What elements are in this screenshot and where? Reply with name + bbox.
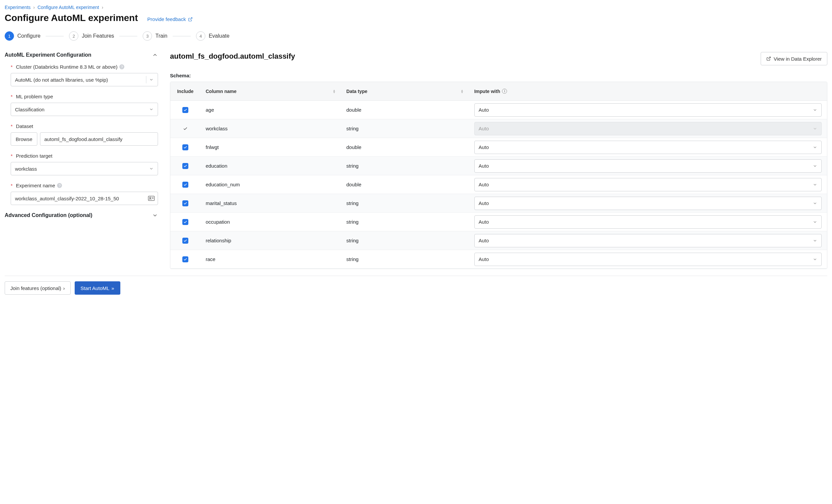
impute-with-select[interactable]: Auto	[474, 234, 822, 247]
table-row: occupationstringAuto	[170, 213, 827, 231]
column-name-cell: race	[200, 256, 341, 262]
external-link-icon	[766, 56, 771, 61]
chevron-down-icon	[813, 126, 817, 131]
impute-with-select[interactable]: Auto	[474, 103, 822, 117]
chevron-down-icon	[813, 201, 817, 206]
impute-with-select[interactable]: Auto	[474, 159, 822, 173]
include-checkbox[interactable]	[182, 238, 188, 244]
chevron-down-icon	[149, 107, 154, 112]
view-explorer-label: View in Data Explorer	[774, 56, 822, 62]
external-link-icon	[188, 17, 193, 22]
data-type-cell: string	[341, 163, 469, 169]
data-type-cell: double	[341, 182, 469, 187]
problem-type-value: Classification	[15, 107, 44, 112]
double-chevron-right-icon: »	[111, 285, 114, 291]
info-icon[interactable]: i	[502, 89, 507, 94]
table-row: education_numdoubleAuto	[170, 175, 827, 194]
provide-feedback-label: Provide feedback	[147, 16, 186, 22]
col-data-type-label: Data type	[346, 89, 367, 94]
join-features-label: Join features (optional)	[10, 285, 61, 291]
problem-type-select[interactable]: Classification	[11, 103, 158, 116]
chevron-up-icon	[152, 52, 158, 58]
sort-icon: ▲▼	[461, 89, 464, 93]
breadcrumb-configure[interactable]: Configure AutoML experiment	[37, 5, 99, 10]
include-checkbox[interactable]	[182, 200, 188, 206]
browse-button[interactable]: Browse	[11, 132, 37, 146]
prediction-target-select[interactable]: workclass	[11, 162, 158, 175]
col-impute-with-label: Impute with	[474, 89, 500, 94]
prediction-target-value: workclass	[15, 166, 37, 172]
impute-value: Auto	[479, 238, 489, 243]
required-asterisk: *	[11, 153, 13, 159]
data-type-cell: string	[341, 256, 469, 262]
column-name-cell: fnlwgt	[200, 144, 341, 150]
include-checkbox[interactable]	[182, 256, 188, 262]
breadcrumb-experiments[interactable]: Experiments	[5, 5, 31, 10]
experiment-name-label-text: Experiment name	[16, 183, 55, 188]
svg-point-2	[150, 197, 151, 198]
chevron-right-icon: ›	[63, 285, 65, 291]
schema-label: Schema:	[170, 73, 827, 78]
step-join-features[interactable]: 2 Join Features	[69, 31, 114, 41]
wizard-stepper: 1 Configure 2 Join Features 3 Train 4 Ev…	[5, 31, 827, 41]
required-asterisk: *	[11, 64, 13, 70]
step-evaluate[interactable]: 4 Evaluate	[196, 31, 229, 41]
col-column-name[interactable]: Column name ▲▼	[200, 89, 341, 94]
col-include[interactable]: Include	[170, 89, 200, 94]
experiment-name-input[interactable]	[11, 192, 158, 205]
cluster-select[interactable]: AutoML (do not attach libraries, use %pi…	[11, 73, 158, 86]
step-train[interactable]: 3 Train	[143, 31, 167, 41]
column-name-cell: occupation	[200, 219, 341, 225]
impute-with-select[interactable]: Auto	[474, 253, 822, 266]
cluster-label: * Cluster (Databricks Runtime 8.3 ML or …	[11, 64, 158, 70]
col-impute-with: Impute with i	[469, 89, 827, 94]
include-checkbox[interactable]	[182, 163, 188, 169]
column-name-cell: education	[200, 163, 341, 169]
id-card-icon[interactable]	[148, 196, 155, 201]
step-configure[interactable]: 1 Configure	[5, 31, 40, 41]
impute-with-select[interactable]: Auto	[474, 178, 822, 191]
provide-feedback-link[interactable]: Provide feedback	[147, 16, 193, 22]
join-features-button[interactable]: Join features (optional) ›	[5, 281, 71, 295]
table-row: workclassstringAuto	[170, 120, 827, 138]
step-number: 1	[5, 31, 14, 41]
chevron-down-icon	[149, 166, 154, 171]
prediction-target-label: * Prediction target	[11, 153, 158, 159]
svg-line-5	[768, 57, 770, 59]
data-type-cell: double	[341, 144, 469, 150]
table-row: educationstringAuto	[170, 157, 827, 175]
include-checkbox[interactable]	[182, 107, 188, 113]
help-icon[interactable]: ?	[119, 64, 124, 69]
start-automl-button[interactable]: Start AutoML »	[75, 281, 120, 295]
include-locked-icon	[182, 126, 188, 132]
problem-type-label-text: ML problem type	[16, 94, 53, 99]
impute-value: Auto	[479, 200, 489, 206]
col-data-type[interactable]: Data type ▲▼	[341, 89, 469, 94]
column-name-cell: marital_status	[200, 200, 341, 206]
impute-with-select[interactable]: Auto	[474, 215, 822, 229]
advanced-title: Advanced Configuration (optional)	[5, 212, 92, 218]
dataset-input[interactable]	[40, 132, 158, 146]
sort-icon: ▲▼	[333, 89, 336, 93]
section-advanced-config[interactable]: Advanced Configuration (optional)	[5, 212, 158, 218]
chevron-down-icon	[813, 238, 817, 243]
help-icon[interactable]: ?	[57, 183, 62, 188]
chevron-down-icon	[813, 182, 817, 187]
chevron-down-icon	[813, 145, 817, 150]
footer-bar: Join features (optional) › Start AutoML …	[5, 276, 827, 295]
impute-with-select[interactable]: Auto	[474, 197, 822, 210]
impute-value: Auto	[479, 163, 489, 169]
include-checkbox[interactable]	[182, 144, 188, 150]
step-number: 3	[143, 31, 152, 41]
impute-with-select[interactable]: Auto	[474, 141, 822, 154]
view-in-data-explorer-button[interactable]: View in Data Explorer	[761, 52, 827, 65]
include-checkbox[interactable]	[182, 182, 188, 188]
column-name-cell: education_num	[200, 182, 341, 187]
include-checkbox[interactable]	[182, 219, 188, 225]
section-automl-config[interactable]: AutoML Experiment Configuration	[5, 52, 158, 58]
cluster-label-text: Cluster (Databricks Runtime 8.3 ML or ab…	[16, 64, 118, 70]
chevron-down-icon	[813, 220, 817, 224]
step-divider	[46, 36, 64, 36]
impute-value: Auto	[479, 144, 489, 150]
dataset-label: * Dataset	[11, 123, 158, 129]
